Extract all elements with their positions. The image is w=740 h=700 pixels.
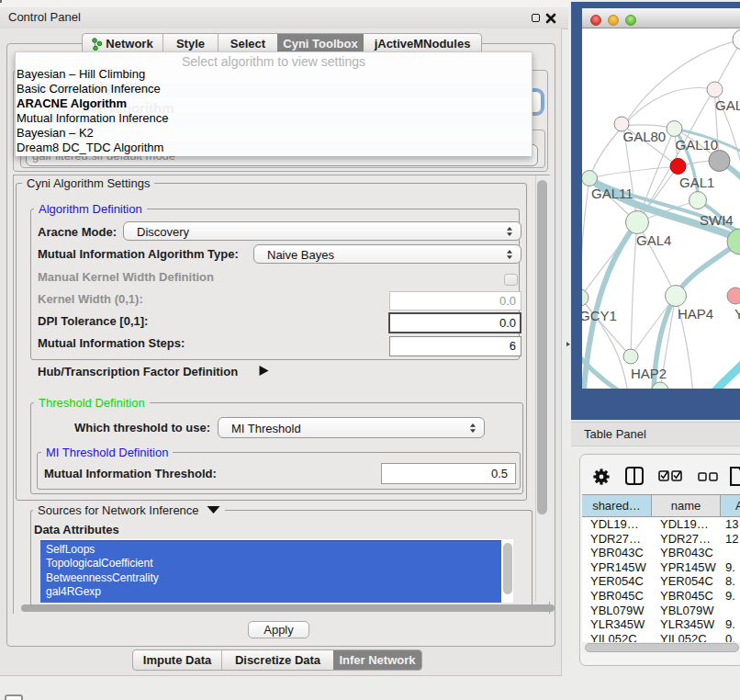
svg-text:GAL8: GAL8 [715, 97, 740, 113]
svg-text:SWI4: SWI4 [700, 212, 734, 228]
svg-text:GAL11: GAL11 [591, 186, 633, 201]
svg-text:HAP4: HAP4 [678, 306, 713, 322]
svg-text:GAL1: GAL1 [679, 175, 714, 190]
svg-text:GAL80: GAL80 [623, 129, 667, 144]
svg-text:GAL10: GAL10 [676, 137, 719, 152]
svg-text:GAL4: GAL4 [636, 232, 671, 248]
svg-text:Y: Y [734, 306, 740, 322]
svg-text:GCY1: GCY1 [582, 308, 617, 323]
svg-text:HAP2: HAP2 [631, 366, 667, 381]
